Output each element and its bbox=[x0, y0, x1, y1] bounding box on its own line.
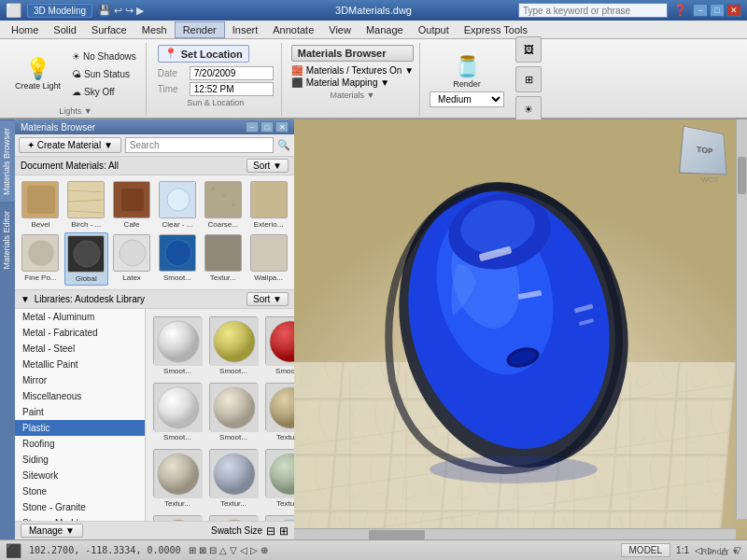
menu-express-tools[interactable]: Express Tools bbox=[457, 22, 535, 37]
menu-output[interactable]: Output bbox=[411, 22, 457, 37]
library-category-item[interactable]: Paint bbox=[15, 404, 145, 420]
library-material-item[interactable]: Textur... bbox=[207, 447, 260, 510]
swatch-increase-btn[interactable]: ⊞ bbox=[279, 525, 289, 538]
library-sort-btn[interactable]: Sort ▼ bbox=[247, 292, 289, 306]
maximize-btn[interactable]: □ bbox=[710, 4, 725, 17]
sun-status-btn[interactable]: 🌤 Sun Status bbox=[68, 67, 140, 81]
scrollbar-thumb-v[interactable] bbox=[738, 157, 746, 194]
viewport-scrollbar-v[interactable] bbox=[736, 119, 747, 519]
render-quality-select[interactable]: Medium Draft Low High Presentation bbox=[430, 91, 504, 107]
date-input[interactable] bbox=[190, 66, 274, 80]
osnap-track-icon[interactable]: ▽ bbox=[230, 545, 237, 555]
materials-browser-tab[interactable]: Materials Browser bbox=[0, 119, 15, 203]
library-material-item[interactable]: Smoot... bbox=[151, 381, 204, 443]
viewport-scrollbar-h[interactable] bbox=[294, 528, 736, 539]
time-input[interactable] bbox=[190, 82, 274, 96]
material-item[interactable]: Wallpa... bbox=[247, 232, 290, 286]
model-btn[interactable]: MODEL bbox=[621, 543, 671, 557]
menu-annotate[interactable]: Annotate bbox=[265, 22, 321, 37]
library-material-item[interactable]: Textur... bbox=[151, 447, 204, 510]
search-input[interactable] bbox=[518, 3, 668, 18]
library-category-item[interactable]: Siding bbox=[15, 452, 145, 468]
menu-solid[interactable]: Solid bbox=[46, 22, 83, 37]
menu-surface[interactable]: Surface bbox=[84, 22, 134, 37]
menu-manage[interactable]: Manage bbox=[359, 22, 411, 37]
sun-location-label[interactable]: Sun & Location bbox=[158, 98, 274, 107]
material-item[interactable]: Exterio... bbox=[247, 179, 290, 231]
panel-float-btn[interactable]: □ bbox=[261, 121, 274, 133]
library-category-item[interactable]: Metal - Steel bbox=[15, 341, 145, 357]
library-material-item[interactable]: Textur... bbox=[207, 513, 260, 521]
panel-close-btn[interactable]: ✕ bbox=[275, 121, 289, 133]
dyn-input-icon[interactable]: ◁ bbox=[240, 545, 247, 555]
swatch-decrease-btn[interactable]: ⊟ bbox=[266, 525, 275, 538]
render-btn[interactable]: 🫙 Render bbox=[444, 52, 490, 91]
snap-icon[interactable]: ⊞ bbox=[189, 545, 196, 555]
material-item[interactable]: Bevel bbox=[19, 179, 63, 231]
ortho-icon[interactable]: ⊠ bbox=[199, 545, 206, 555]
library-material-item[interactable]: Smoot... bbox=[207, 381, 260, 443]
library-material-item[interactable]: Smoot... bbox=[263, 315, 294, 377]
textures-on-btn[interactable]: 🧱 Materials / Textures On ▼ bbox=[291, 64, 414, 77]
library-category-item[interactable]: Stone - Granite bbox=[15, 499, 145, 515]
menu-view[interactable]: View bbox=[321, 22, 359, 37]
library-expand-icon[interactable]: ▼ bbox=[21, 294, 30, 304]
library-material-item[interactable]: Textur... bbox=[263, 447, 294, 510]
materials-group-label[interactable]: Materials ▼ bbox=[291, 91, 414, 100]
library-material-item[interactable]: Textur... bbox=[151, 513, 204, 521]
create-material-btn[interactable]: ✦ Create Material ▼ bbox=[19, 137, 121, 153]
library-category-item[interactable]: Stone bbox=[15, 483, 145, 499]
no-shadows-btn[interactable]: ☀ No Shadows bbox=[68, 49, 140, 63]
lineweight-icon[interactable]: ▷ bbox=[250, 545, 258, 555]
menu-home[interactable]: Home bbox=[4, 22, 46, 37]
workspace-selector[interactable]: 3D Modeling bbox=[27, 4, 92, 18]
manage-btn[interactable]: Manage ▼ bbox=[21, 524, 83, 538]
lights-group-label[interactable]: Lights ▼ bbox=[59, 106, 92, 116]
create-light-btn[interactable]: 💡 Create Light bbox=[11, 54, 64, 94]
material-item[interactable]: Global bbox=[64, 232, 108, 286]
render-settings-btn[interactable]: 🖼 bbox=[515, 36, 542, 63]
material-mapping-btn[interactable]: ⬛ Material Mapping ▼ bbox=[291, 77, 414, 89]
qp-icon[interactable]: ⊕ bbox=[261, 545, 268, 555]
material-item[interactable]: Smoot... bbox=[155, 232, 199, 286]
sort-btn[interactable]: Sort ▼ bbox=[247, 159, 289, 173]
set-location-btn[interactable]: 📍 Set Location bbox=[158, 45, 249, 63]
object-snap-icon[interactable]: △ bbox=[219, 545, 227, 555]
library-material-item[interactable]: Transp... bbox=[263, 513, 294, 521]
library-category-item[interactable]: Mirror bbox=[15, 372, 145, 388]
close-btn[interactable]: ✕ bbox=[726, 4, 741, 17]
panel-minimize-btn[interactable]: − bbox=[246, 121, 259, 133]
scrollbar-thumb-h[interactable] bbox=[369, 530, 425, 539]
materials-editor-tab[interactable]: Materials Editor bbox=[0, 203, 15, 277]
library-material-item[interactable]: Smoot... bbox=[207, 315, 260, 377]
library-category-item[interactable]: Sitework bbox=[15, 468, 145, 483]
materials-search-input[interactable] bbox=[125, 137, 274, 153]
material-item[interactable]: Latex bbox=[110, 232, 154, 286]
library-category-item[interactable]: Roofing bbox=[15, 436, 145, 452]
render-group-label[interactable]: Render ▼ bbox=[701, 547, 740, 556]
menu-render[interactable]: Render bbox=[175, 21, 225, 38]
minimize-btn[interactable]: − bbox=[693, 4, 708, 17]
render-region-btn[interactable]: ⊞ bbox=[515, 66, 542, 92]
material-item[interactable]: Birch - ... bbox=[64, 179, 108, 231]
material-item[interactable]: Textur... bbox=[201, 232, 245, 286]
library-category-item[interactable]: Miscellaneous bbox=[15, 388, 145, 404]
material-item[interactable]: Cafe bbox=[110, 179, 154, 231]
material-item[interactable]: Coarse... bbox=[201, 179, 245, 231]
material-item[interactable]: Fine Po... bbox=[19, 232, 63, 286]
materials-browser-btn[interactable]: Materials Browser bbox=[291, 45, 414, 62]
polar-icon[interactable]: ⊟ bbox=[209, 545, 217, 555]
render-env-btn[interactable]: ☀ bbox=[515, 96, 542, 122]
menu-mesh[interactable]: Mesh bbox=[134, 22, 175, 37]
library-material-item[interactable]: Smoot... bbox=[151, 315, 204, 377]
library-material-item[interactable]: Textur... bbox=[263, 381, 294, 443]
menu-insert[interactable]: Insert bbox=[225, 22, 266, 37]
material-item[interactable]: Clear - ... bbox=[155, 179, 199, 231]
library-category-item[interactable]: Plastic bbox=[15, 420, 145, 436]
navigation-cube[interactable]: TOP WCS bbox=[682, 127, 738, 183]
sky-off-btn[interactable]: ☁ Sky Off bbox=[68, 85, 140, 99]
library-category-item[interactable]: Metallic Paint bbox=[15, 357, 145, 372]
library-category-item[interactable]: Metal - Fabricated bbox=[15, 325, 145, 341]
help-icon[interactable]: ❓ bbox=[673, 4, 687, 17]
library-category-item[interactable]: Metal - Aluminum bbox=[15, 309, 145, 325]
